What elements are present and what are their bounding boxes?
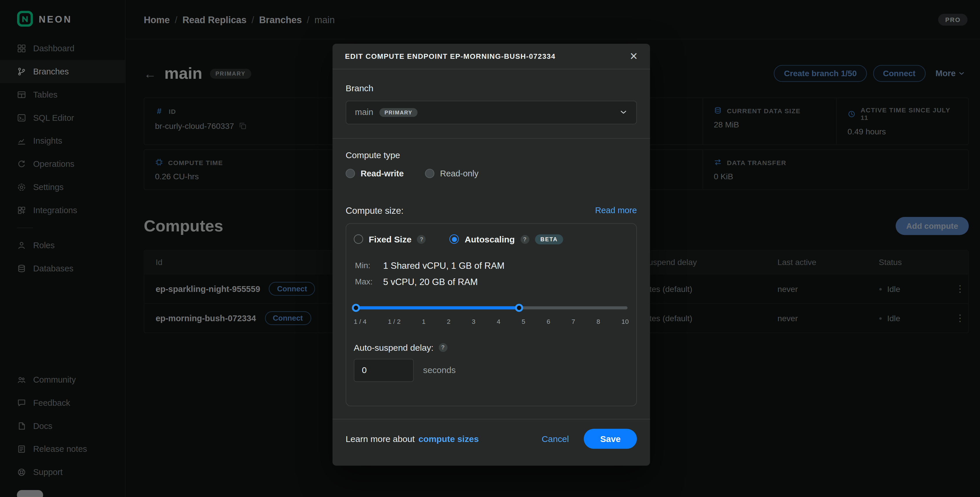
max-value: 5 vCPU, 20 GB of RAM bbox=[383, 277, 628, 287]
cancel-button[interactable]: Cancel bbox=[542, 434, 569, 444]
radio-autoscaling[interactable]: Autoscaling ? BETA bbox=[450, 234, 563, 244]
compute-size-box: Fixed Size ? Autoscaling ? BETA Min: 1 S… bbox=[345, 223, 637, 406]
radio-circle bbox=[354, 234, 363, 244]
radio-circle bbox=[425, 169, 434, 178]
compute-size-row: Compute size: Read more bbox=[345, 205, 637, 216]
autosuspend-unit: seconds bbox=[423, 365, 456, 375]
tick-label: 1 / 4 bbox=[354, 317, 367, 325]
tick-label: 1 / 2 bbox=[388, 317, 401, 325]
modal-header: EDIT COMPUTE ENDPOINT EP-MORNING-BUSH-07… bbox=[332, 44, 650, 69]
size-mode-options: Fixed Size ? Autoscaling ? BETA bbox=[354, 234, 629, 244]
branch-select-value: main bbox=[355, 108, 373, 117]
autosuspend-label-row: Auto-suspend delay: ? bbox=[354, 342, 629, 352]
help-icon[interactable]: ? bbox=[439, 343, 447, 352]
read-more-link[interactable]: Read more bbox=[595, 206, 637, 215]
tick-label: 2 bbox=[447, 317, 450, 325]
tick-label: 1 bbox=[422, 317, 426, 325]
slider-handle-min[interactable] bbox=[352, 304, 360, 312]
radio-read-write[interactable]: Read-write bbox=[345, 169, 404, 178]
radio-label: Read-write bbox=[361, 169, 404, 178]
radio-label: Read-only bbox=[440, 169, 479, 178]
slider-fill bbox=[355, 306, 519, 309]
tick-label: 7 bbox=[572, 317, 576, 325]
autosuspend-label: Auto-suspend delay: bbox=[354, 342, 434, 352]
branch-select[interactable]: main PRIMARY bbox=[345, 100, 637, 124]
compute-type-label: Compute type bbox=[345, 150, 637, 160]
radio-circle-selected bbox=[450, 234, 459, 244]
help-icon[interactable]: ? bbox=[520, 235, 529, 244]
radio-label: Autoscaling bbox=[465, 234, 515, 244]
compute-type-options: Read-write Read-only bbox=[345, 169, 637, 178]
radio-read-only[interactable]: Read-only bbox=[425, 169, 479, 178]
beta-badge: BETA bbox=[535, 234, 563, 244]
branch-primary-badge: PRIMARY bbox=[380, 108, 418, 117]
slider-track[interactable] bbox=[355, 306, 628, 309]
save-button[interactable]: Save bbox=[584, 429, 637, 449]
close-icon[interactable]: × bbox=[630, 51, 637, 62]
tick-label: 3 bbox=[472, 317, 476, 325]
slider-handle-max[interactable] bbox=[515, 304, 523, 312]
autosuspend-input[interactable] bbox=[354, 358, 414, 382]
min-value: 1 Shared vCPU, 1 GB of RAM bbox=[383, 261, 628, 271]
edit-compute-modal: EDIT COMPUTE ENDPOINT EP-MORNING-BUSH-07… bbox=[332, 44, 650, 466]
chevron-down-icon bbox=[619, 108, 628, 116]
tick-label: 6 bbox=[546, 317, 550, 325]
min-max-values: Min: 1 Shared vCPU, 1 GB of RAM Max: 5 v… bbox=[354, 261, 629, 287]
tick-label: 10 bbox=[622, 317, 629, 325]
radio-label: Fixed Size bbox=[369, 234, 412, 244]
tick-label: 8 bbox=[597, 317, 600, 325]
slider-ticks: 1 / 4 1 / 2 1 2 3 4 5 6 7 8 10 bbox=[354, 317, 629, 325]
stage: NEON Dashboard Branches Tables SQL Edito… bbox=[0, 0, 980, 497]
compute-sizes-link[interactable]: compute sizes bbox=[418, 434, 479, 444]
compute-size-slider[interactable] bbox=[354, 303, 629, 312]
modal-body: Branch main PRIMARY Compute type Read-wr… bbox=[332, 83, 650, 406]
max-label: Max: bbox=[355, 277, 383, 287]
tick-label: 5 bbox=[522, 317, 525, 325]
modal-footer: Learn more about compute sizes Cancel Sa… bbox=[332, 419, 650, 466]
learn-more-text: Learn more about bbox=[345, 434, 415, 444]
radio-fixed-size[interactable]: Fixed Size ? bbox=[354, 234, 426, 244]
help-icon[interactable]: ? bbox=[417, 235, 426, 244]
tick-label: 4 bbox=[497, 317, 500, 325]
radio-circle bbox=[345, 169, 355, 178]
screen: NEON Dashboard Branches Tables SQL Edito… bbox=[0, 0, 980, 497]
autosuspend-input-row: seconds bbox=[354, 358, 629, 382]
min-label: Min: bbox=[355, 261, 383, 270]
branch-label: Branch bbox=[345, 83, 637, 93]
modal-title: EDIT COMPUTE ENDPOINT EP-MORNING-BUSH-07… bbox=[345, 53, 555, 60]
compute-size-label: Compute size: bbox=[345, 205, 403, 216]
modal-divider bbox=[332, 138, 650, 139]
